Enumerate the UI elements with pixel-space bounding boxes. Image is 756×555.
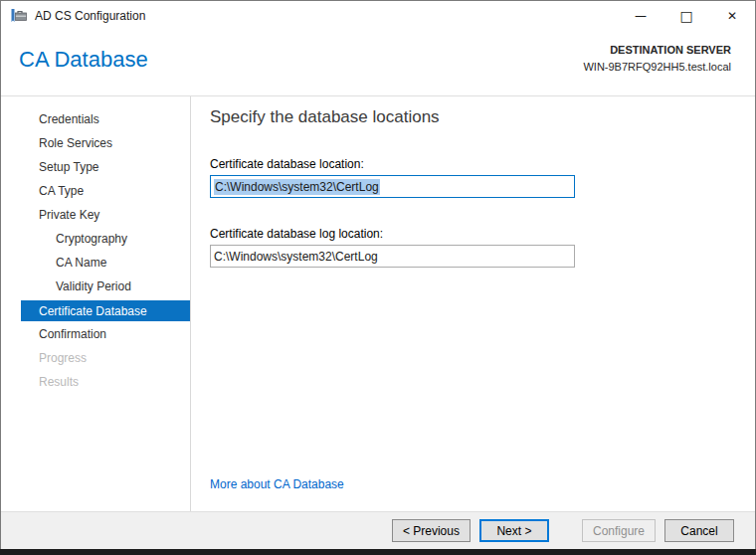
close-button[interactable]: ✕ [709, 1, 755, 31]
certificate-database-log-location-input[interactable]: C:\Windows\system32\CertLog [210, 245, 575, 268]
wizard-body: Credentials Role Services Setup Type CA … [1, 96, 755, 511]
certificate-database-log-location-label: Certificate database log location: [210, 227, 755, 241]
titlebar[interactable]: AD CS Configuration — □ ✕ [1, 1, 755, 31]
sidebar-item-ca-type[interactable]: CA Type [1, 179, 190, 203]
taskbar-sliver [0, 549, 756, 555]
certificate-database-location-label: Certificate database location: [210, 157, 755, 171]
sidebar-item-private-key[interactable]: Private Key [1, 203, 190, 227]
more-about-ca-database-link[interactable]: More about CA Database [210, 477, 344, 491]
sidebar-item-confirmation[interactable]: Confirmation [1, 322, 190, 346]
page-title: CA Database [19, 47, 148, 95]
sidebar-item-results: Results [1, 370, 190, 394]
screen: AD CS Configuration — □ ✕ CA Database DE… [0, 0, 756, 555]
selected-text: C:\Windows\system32\CertLog [214, 179, 380, 195]
sidebar-item-validity-period[interactable]: Validity Period [1, 275, 190, 298]
cancel-button[interactable]: Cancel [664, 519, 734, 542]
wizard-header: CA Database DESTINATION SERVER WIN-9B7RF… [1, 31, 755, 96]
destination-server-block: DESTINATION SERVER WIN-9B7RFQ92HH5.test.… [583, 42, 731, 95]
app-toolbox-icon [11, 8, 27, 24]
minimize-icon: — [635, 9, 647, 23]
destination-server-label: DESTINATION SERVER [583, 42, 731, 59]
window-title: AD CS Configuration [35, 9, 145, 23]
previous-button[interactable]: < Previous [392, 519, 471, 542]
sidebar-item-role-services[interactable]: Role Services [1, 131, 190, 155]
sidebar-item-certificate-database[interactable]: Certificate Database [21, 300, 190, 321]
ad-cs-configuration-window: AD CS Configuration — □ ✕ CA Database DE… [0, 0, 756, 550]
sidebar-item-setup-type[interactable]: Setup Type [1, 155, 190, 179]
content-pane: Specify the database locations Certifica… [191, 96, 755, 511]
sidebar-item-progress: Progress [1, 346, 190, 370]
sidebar-item-cryptography[interactable]: Cryptography [1, 227, 190, 251]
wizard-footer: < Previous Next > Configure Cancel [1, 511, 755, 549]
wizard-steps-nav: Credentials Role Services Setup Type CA … [1, 96, 191, 511]
certificate-database-location-input[interactable]: C:\Windows\system32\CertLog [210, 175, 575, 198]
minimize-button[interactable]: — [618, 1, 663, 31]
maximize-button[interactable]: □ [663, 1, 709, 31]
next-button[interactable]: Next > [479, 519, 549, 542]
close-icon: ✕ [727, 9, 737, 23]
maximize-icon: □ [679, 8, 692, 24]
content-heading: Specify the database locations [210, 107, 755, 127]
window-controls: — □ ✕ [618, 1, 755, 31]
input-text: C:\Windows\system32\CertLog [214, 250, 378, 264]
sidebar-item-credentials[interactable]: Credentials [1, 107, 190, 131]
destination-server-name: WIN-9B7RFQ92HH5.test.local [583, 59, 731, 76]
configure-button[interactable]: Configure [582, 519, 656, 542]
sidebar-item-ca-name[interactable]: CA Name [1, 251, 190, 275]
